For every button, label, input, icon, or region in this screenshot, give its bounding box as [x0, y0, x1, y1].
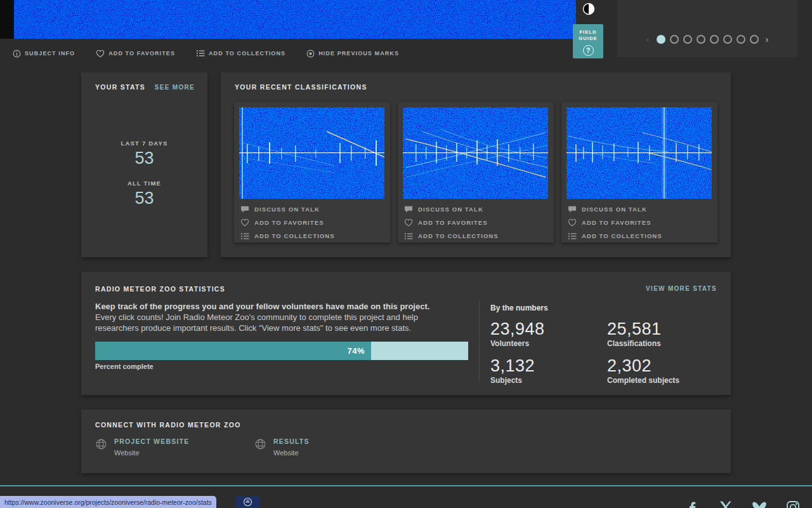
globe-icon [255, 439, 266, 450]
heart-icon [240, 218, 249, 227]
subject-info-button[interactable]: SUBJECT INFO [13, 50, 75, 58]
classification-card: DISCUSS ON TALK ADD TO FAVORITES ADD TO … [561, 102, 717, 243]
stat-last-7-days: LAST 7 DAYS 53 [81, 140, 207, 168]
classification-card: DISCUSS ON TALK ADD TO FAVORITES ADD TO … [234, 102, 390, 243]
spectrogram-thumbnail[interactable] [566, 107, 712, 199]
percent-complete-caption: Percent complete [95, 363, 154, 370]
facebook-icon[interactable] [685, 500, 700, 508]
pagination-prev-icon[interactable]: ‹ [644, 35, 652, 44]
subject-pagination-panel: ‹ › [617, 0, 797, 57]
subject-toolbar: SUBJECT INFO ADD TO FAVORITES ADD TO COL… [13, 48, 399, 58]
by-the-numbers-title: By the numbers [490, 304, 719, 312]
question-mark-icon: ? [583, 45, 594, 56]
discuss-on-talk-link[interactable]: DISCUSS ON TALK [566, 203, 712, 216]
heart-icon [568, 218, 577, 227]
pagination-dot[interactable] [710, 35, 719, 44]
heart-icon [404, 218, 413, 227]
field-guide-label-line2: GUIDE [579, 36, 597, 42]
see-more-link[interactable]: SEE MORE [155, 84, 195, 91]
hide-previous-marks-button[interactable]: HIDE PREVIOUS MARKS [306, 50, 399, 58]
results-link[interactable]: RESULTS Website [255, 438, 310, 457]
stat-completed-subjects: 2,302 Completed subjects [607, 357, 724, 385]
field-guide-label-line1: FIELD [579, 29, 596, 36]
project-statistics-panel: RADIO METEOR ZOO STATISTICS VIEW MORE ST… [81, 272, 731, 395]
bluesky-icon[interactable] [752, 500, 767, 508]
stat-subjects: 3,132 Subjects [490, 357, 607, 385]
by-the-numbers: By the numbers 23,948 Volunteers 25,581 … [490, 304, 719, 385]
favicon-badge [235, 496, 259, 508]
add-to-favorites-link[interactable]: ADD TO FAVORITES [566, 216, 712, 229]
progress-bar: 74% [95, 342, 468, 360]
talk-bubble-icon [404, 206, 413, 213]
field-guide-button[interactable]: FIELD GUIDE ? [573, 24, 603, 58]
pagination-dot[interactable] [723, 35, 732, 44]
subject-spectrogram-image[interactable] [14, 0, 576, 39]
connect-panel: CONNECT WITH RADIO METEOR ZOO PROJECT WE… [81, 410, 731, 473]
invert-icon [582, 3, 595, 15]
discuss-on-talk-link[interactable]: DISCUSS ON TALK [403, 203, 549, 216]
recent-classifications-title: YOUR RECENT CLASSIFICATIONS [235, 83, 367, 91]
vertical-divider [479, 300, 480, 382]
spectrogram-thumbnail[interactable] [403, 107, 548, 199]
pagination-dot[interactable] [670, 35, 679, 44]
talk-bubble-icon [568, 206, 577, 213]
your-stats-panel: YOUR STATS SEE MORE LAST 7 DAYS 53 ALL T… [81, 72, 207, 257]
pagination-dot[interactable] [697, 35, 705, 44]
progress-percent-label: 74% [348, 342, 365, 360]
collections-list-icon [404, 232, 413, 240]
add-to-collections-link[interactable]: ADD TO COLLECTIONS [566, 229, 712, 243]
marks-target-icon [306, 50, 315, 58]
view-more-stats-link[interactable]: VIEW MORE STATS [646, 285, 717, 292]
x-twitter-icon[interactable] [718, 500, 733, 508]
heart-icon [96, 50, 105, 58]
globe-icon [96, 439, 107, 450]
link-preview-url: https://www.zooniverse.org/projects/zoon… [4, 498, 212, 506]
add-to-favorites-button[interactable]: ADD TO FAVORITES [96, 50, 175, 58]
project-statistics-description: Keep track of the progress you and your … [95, 301, 462, 333]
pagination-next-icon[interactable]: › [763, 35, 771, 44]
collections-list-icon [240, 232, 249, 240]
collections-list-icon [568, 232, 577, 240]
talk-bubble-icon [240, 206, 249, 213]
add-to-favorites-link[interactable]: ADD TO FAVORITES [403, 216, 549, 229]
pagination-dot[interactable] [750, 35, 759, 44]
info-icon [13, 50, 21, 58]
pagination: ‹ › [644, 35, 771, 44]
stat-all-time: ALL TIME 53 [81, 180, 207, 208]
your-stats-title: YOUR STATS [95, 83, 145, 91]
add-to-collections-button[interactable]: ADD TO COLLECTIONS [196, 50, 285, 57]
collections-list-icon [196, 50, 205, 57]
classification-cards: DISCUSS ON TALK ADD TO FAVORITES ADD TO … [234, 102, 717, 243]
pagination-dot[interactable] [683, 35, 692, 44]
invert-colors-button[interactable] [582, 3, 595, 15]
project-statistics-title: RADIO METEOR ZOO STATISTICS [95, 285, 225, 293]
pagination-dot[interactable] [657, 35, 665, 44]
subject-viewer [0, 0, 576, 39]
project-website-link[interactable]: PROJECT WEBSITE Website [96, 438, 189, 457]
pagination-dot[interactable] [737, 35, 745, 44]
classification-card: DISCUSS ON TALK ADD TO FAVORITES ADD TO … [398, 102, 554, 243]
add-to-collections-link[interactable]: ADD TO COLLECTIONS [239, 229, 385, 243]
spectrogram-thumbnail[interactable] [239, 107, 384, 199]
add-to-collections-link[interactable]: ADD TO COLLECTIONS [403, 229, 549, 243]
recent-classifications-panel: YOUR RECENT CLASSIFICATIONS [221, 72, 731, 257]
stat-volunteers: 23,948 Volunteers [490, 320, 607, 348]
discuss-on-talk-link[interactable]: DISCUSS ON TALK [239, 203, 385, 216]
instagram-icon[interactable] [785, 500, 801, 508]
progress-bar-fill: 74% [95, 342, 371, 360]
connect-title: CONNECT WITH RADIO METEOR ZOO [95, 421, 241, 429]
add-to-favorites-link[interactable]: ADD TO FAVORITES [239, 216, 385, 229]
stat-classifications: 25,581 Classifications [607, 320, 724, 348]
link-preview-statusbar: https://www.zooniverse.org/projects/zoon… [0, 496, 216, 508]
zooniverse-logo-icon [243, 497, 252, 507]
